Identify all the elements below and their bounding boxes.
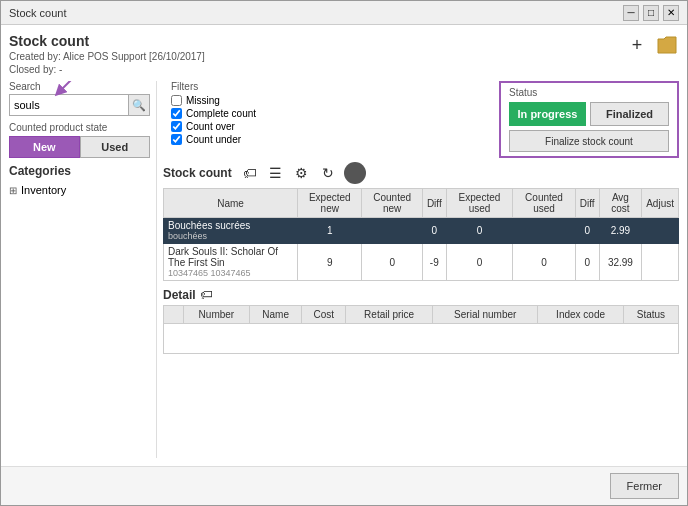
product-name-cell: Bouchées sucrées bouchées <box>164 218 298 244</box>
detail-col-cost: Cost <box>302 306 346 324</box>
list-tool-icon[interactable]: ☰ <box>266 163 286 183</box>
main-content: Stock count Created by: Alice POS Suppor… <box>1 25 687 466</box>
filters-title: Filters <box>171 81 256 92</box>
detail-title: Detail <box>163 288 196 302</box>
minimize-button[interactable]: ─ <box>623 5 639 21</box>
col-name: Name <box>164 189 298 218</box>
exp-new-cell: 9 <box>298 244 362 281</box>
stock-count-title: Stock count <box>163 166 232 180</box>
search-section: Search 🔍 <box>9 81 150 116</box>
filter-count-under: Count under <box>171 134 256 145</box>
header-row: Stock count Created by: Alice POS Suppor… <box>9 33 679 75</box>
page-title: Stock count <box>9 33 205 49</box>
detail-col-serial: Serial number <box>433 306 538 324</box>
arrow-indicator <box>49 81 109 98</box>
maximize-button[interactable]: □ <box>643 5 659 21</box>
search-input-row: 🔍 <box>9 94 150 116</box>
state-buttons: New Used <box>9 136 150 158</box>
diff1-cell: -9 <box>422 244 446 281</box>
avg-cost-cell: 2.99 <box>599 218 642 244</box>
diff1-cell: 0 <box>422 218 446 244</box>
status-buttons: In progress Finalized <box>509 102 669 126</box>
col-exp-new: Expected new <box>298 189 362 218</box>
avg-cost-cell: 32.99 <box>599 244 642 281</box>
titlebar: Stock count ─ □ ✕ <box>1 1 687 25</box>
product-name-cell: Dark Souls II: Scholar Of The First Sin … <box>164 244 298 281</box>
stock-count-header: Stock count 🏷 ☰ ⚙ ↻ <box>163 162 679 184</box>
table-row[interactable]: Bouchées sucrées bouchées 1 0 0 0 2.99 <box>164 218 679 244</box>
detail-tag-icon: 🏷 <box>200 287 213 302</box>
add-button[interactable]: + <box>625 33 649 57</box>
col-exp-used: Expected used <box>446 189 513 218</box>
detail-header: Detail 🏷 <box>163 287 679 302</box>
dark-circle-button[interactable] <box>344 162 366 184</box>
detail-empty-row <box>164 324 679 354</box>
close-button[interactable]: ✕ <box>663 5 679 21</box>
folder-icon <box>657 36 677 54</box>
table-row[interactable]: Dark Souls II: Scholar Of The First Sin … <box>164 244 679 281</box>
filter-missing-checkbox[interactable] <box>171 95 182 106</box>
in-progress-button[interactable]: In progress <box>509 102 586 126</box>
product-sub: 10347465 10347465 <box>168 268 293 278</box>
toolbar-icons: 🏷 ☰ ⚙ ↻ <box>240 162 366 184</box>
filter-count-over-label: Count over <box>186 121 235 132</box>
filter-count-under-label: Count under <box>186 134 241 145</box>
right-column: Filters Missing Complete count Count ove… <box>157 81 679 458</box>
new-state-button[interactable]: New <box>9 136 80 158</box>
filter-complete-label: Complete count <box>186 108 256 119</box>
category-label: Inventory <box>21 184 66 196</box>
diff2-cell: 0 <box>575 244 599 281</box>
detail-col-retail: Retail price <box>346 306 433 324</box>
created-by: Created by: Alice POS Support [26/10/201… <box>9 51 205 62</box>
product-name: Bouchées sucrées <box>168 220 293 231</box>
category-item-inventory[interactable]: ⊞ Inventory <box>9 182 150 198</box>
categories-section: Categories ⊞ Inventory <box>9 164 150 198</box>
filter-count-over-checkbox[interactable] <box>171 121 182 132</box>
detail-col-0 <box>164 306 184 324</box>
cnt-new-cell: 0 <box>362 244 422 281</box>
refresh-tool-icon[interactable]: ↻ <box>318 163 338 183</box>
svg-line-0 <box>59 81 79 92</box>
tag-tool-icon[interactable]: 🏷 <box>240 163 260 183</box>
detail-col-number: Number <box>184 306 250 324</box>
filters-section: Filters Missing Complete count Count ove… <box>171 81 256 158</box>
full-layout: Search 🔍 <box>9 81 679 458</box>
filter-missing-label: Missing <box>186 95 220 106</box>
cnt-used-cell <box>513 218 576 244</box>
window-controls: ─ □ ✕ <box>623 5 679 21</box>
adjust-cell <box>642 244 679 281</box>
folder-button[interactable] <box>655 33 679 57</box>
left-column: Search 🔍 <box>9 81 157 458</box>
adjust-cell <box>642 218 679 244</box>
closed-by: Closed by: - <box>9 64 205 75</box>
detail-col-name: Name <box>249 306 302 324</box>
filter-count-over: Count over <box>171 121 256 132</box>
diff2-cell: 0 <box>575 218 599 244</box>
cnt-new-cell <box>362 218 422 244</box>
detail-col-index: Index code <box>538 306 624 324</box>
product-name: Dark Souls II: Scholar Of The First Sin <box>168 246 293 268</box>
close-button[interactable]: Fermer <box>610 473 679 499</box>
settings-tool-icon[interactable]: ⚙ <box>292 163 312 183</box>
search-button[interactable]: 🔍 <box>128 94 150 116</box>
header-actions: + <box>625 33 679 57</box>
col-cnt-new: Counted new <box>362 189 422 218</box>
stock-count-table: Name Expected new Counted new Diff Expec… <box>163 188 679 281</box>
filter-complete-checkbox[interactable] <box>171 108 182 119</box>
finalized-button[interactable]: Finalized <box>590 102 669 126</box>
stock-count-section: Stock count 🏷 ☰ ⚙ ↻ Name <box>163 162 679 458</box>
col-adjust: Adjust <box>642 189 679 218</box>
status-title: Status <box>509 87 669 98</box>
window-title: Stock count <box>9 7 66 19</box>
col-diff2: Diff <box>575 189 599 218</box>
status-section: Status In progress Finalized Finalize st… <box>499 81 679 158</box>
product-sub: bouchées <box>168 231 293 241</box>
cnt-used-cell: 0 <box>513 244 576 281</box>
counted-state-label: Counted product state <box>9 122 150 133</box>
filter-complete: Complete count <box>171 108 256 119</box>
col-diff1: Diff <box>422 189 446 218</box>
finalize-stock-count-button[interactable]: Finalize stock count <box>509 130 669 152</box>
filter-count-under-checkbox[interactable] <box>171 134 182 145</box>
col-avg-cost: Avg cost <box>599 189 642 218</box>
used-state-button[interactable]: Used <box>80 136 151 158</box>
